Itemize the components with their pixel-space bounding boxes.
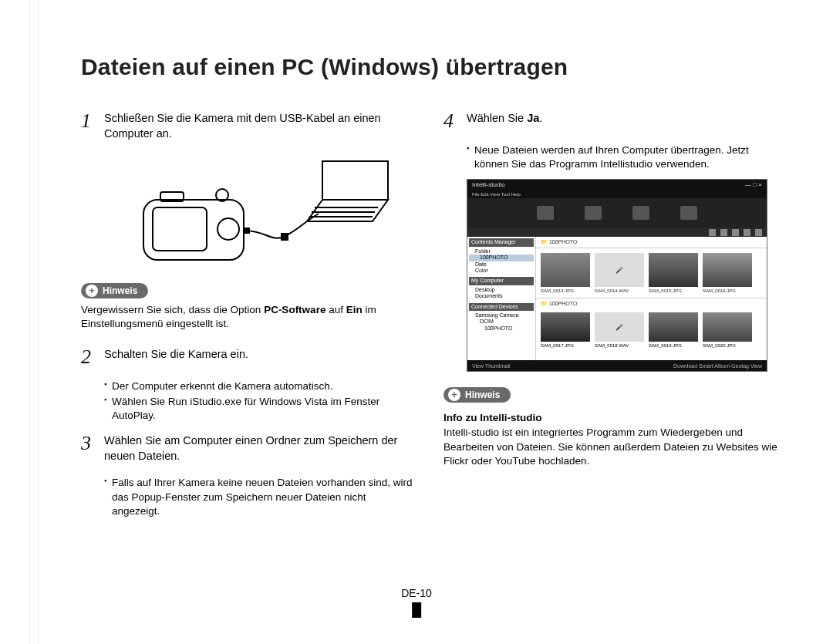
step-4-bullets: Neue Dateien werden auf Ihren Computer ü… <box>467 143 779 171</box>
info-text: Intelli-studio ist ein integriertes Prog… <box>443 426 779 468</box>
tree-item: 100PHOTO <box>469 325 534 332</box>
thumbnail-label: SAM_0019.JPG <box>649 343 698 348</box>
note-text-part: auf <box>325 304 346 315</box>
step-4: 4 Wählen Sie Ja. <box>443 111 779 131</box>
folder-label: 📁 100PHOTO <box>541 301 577 307</box>
view-mode-icon <box>732 229 739 236</box>
svg-point-2 <box>218 218 239 240</box>
folder-bar-2: 📁 100PHOTO <box>536 298 767 309</box>
tree-item: Folder <box>469 248 534 255</box>
page-number-text: DE-10 <box>401 587 432 599</box>
tree-item: DCIM <box>469 319 534 325</box>
thumbnail-label: SAM_0018.WAV <box>595 343 644 348</box>
note-text: Vergewissern Sie sich, dass die Option P… <box>81 303 416 331</box>
step-number: 4 <box>443 111 467 131</box>
thumbnail-row-2: SAM_0017.JPG 🎤SAM_0018.WAV SAM_0019.JPG … <box>536 309 767 351</box>
library-icon <box>537 206 554 220</box>
page-tab-icon <box>412 602 421 618</box>
sidebar: Contents Manager Folder 100PHOTO Date Co… <box>467 237 536 360</box>
step-2-bullets: Der Computer erkennt die Kamera automati… <box>104 379 416 423</box>
folder-name: 100PHOTO <box>549 301 577 306</box>
step-number: 1 <box>81 111 104 141</box>
bullet-item: Falls auf Ihrer Kamera keine neuen Datei… <box>104 476 416 518</box>
note-2-container: + Hinweis Info zu Intelli-studio Intelli… <box>443 383 779 468</box>
step-text: Schließen Sie die Kamera mit dem USB-Kab… <box>104 111 416 141</box>
view-mode-icon <box>755 229 762 236</box>
svg-rect-1 <box>153 207 207 251</box>
folder-label: 📁 100PHOTO <box>541 239 577 245</box>
step-3-bullets: Falls auf Ihrer Kamera keine neuen Datei… <box>104 476 416 518</box>
thumbnail-label: SAM_0013.JPG <box>541 288 590 293</box>
tree-item: Date <box>469 261 534 268</box>
binding-guide <box>29 0 39 644</box>
svg-rect-5 <box>281 233 288 241</box>
folder-bar: 📁 100PHOTO <box>536 237 767 248</box>
thumbnail-label: SAM_0020.JPG <box>703 343 752 348</box>
step-2: 2 Schalten Sie die Kamera ein. <box>81 347 416 367</box>
note-text-bold: Ein <box>346 304 363 315</box>
status-left: View Thumbnail <box>472 363 511 369</box>
window-titlebar: Intelli-studio — □ × <box>467 180 767 191</box>
note-label: Hinweis <box>103 285 137 296</box>
step-1: 1 Schließen Sie die Kamera mit dem USB-K… <box>81 111 416 141</box>
plus-icon: + <box>86 285 98 297</box>
step-text-part: . <box>539 112 542 124</box>
thumbnail-label: SAM_0015.JPG <box>649 288 698 293</box>
right-column: 4 Wählen Sie Ja. Neue Dateien werden auf… <box>443 111 779 520</box>
thumbnail: SAM_0013.JPG <box>541 253 590 293</box>
step-text-bold: Ja <box>527 112 539 124</box>
step-text: Wählen Sie am Computer einen Ordner zum … <box>104 433 416 464</box>
thumbnail-label: SAM_0014.WAV <box>595 288 644 293</box>
photo-editor-icon <box>585 206 602 220</box>
step-text: Schalten Sie die Kamera ein. <box>104 347 416 367</box>
screenshot-body: Contents Manager Folder 100PHOTO Date Co… <box>467 237 767 360</box>
view-mode-icon <box>709 229 716 236</box>
step-number: 2 <box>81 347 104 367</box>
status-right: Download Smart Album Geotag View <box>673 363 762 369</box>
main-pane: 📁 100PHOTO SAM_0013.JPG 🎤SAM_0014.WAV SA… <box>536 237 767 360</box>
thumbnail: SAM_0019.JPG <box>649 312 698 348</box>
thumbnail: 🎤SAM_0018.WAV <box>595 312 644 348</box>
note-text-bold: PC-Software <box>264 304 325 315</box>
sidebar-header: My Computer <box>469 277 534 285</box>
thumbnail-label: SAM_0017.JPG <box>541 343 590 348</box>
left-column: 1 Schließen Sie die Kamera mit dem USB-K… <box>81 111 416 520</box>
step-3: 3 Wählen Sie am Computer einen Ordner zu… <box>81 433 416 464</box>
plus-icon: + <box>448 389 460 401</box>
sidebar-header: Connected Devices <box>469 303 534 311</box>
note-text-part: Vergewissern Sie sich, dass die Option <box>81 304 264 315</box>
note-1-container: + Hinweis Vergewissern Sie sich, dass di… <box>81 278 416 331</box>
toolbar <box>467 198 767 228</box>
bullet-item: Wählen Sie Run iStudio.exe für Windows V… <box>104 395 416 423</box>
tree-item: Documents <box>469 293 534 299</box>
thumbnail: SAM_0015.JPG <box>649 253 698 293</box>
thumbnail: SAM_0016.JPG <box>703 253 752 293</box>
thumbnail-label: SAM_0016.JPG <box>703 288 752 293</box>
sidebar-header: Contents Manager <box>469 238 534 246</box>
view-mode-icon <box>720 229 727 236</box>
folder-name: 100PHOTO <box>549 239 577 244</box>
note-badge: + Hinweis <box>443 387 511 403</box>
page-content: Dateien auf einen PC (Windows) übertrage… <box>0 0 833 520</box>
bullet-item: Der Computer erkennt die Kamera automati… <box>104 379 416 393</box>
view-options-bar <box>467 228 767 237</box>
menu-bar: File Edit View Tool Help <box>467 191 767 198</box>
note-label: Hinweis <box>465 389 500 400</box>
bullet-item: Neue Dateien werden auf Ihren Computer ü… <box>467 143 779 171</box>
status-bar: View Thumbnail Download Smart Album Geot… <box>467 360 767 371</box>
window-title: Intelli-studio <box>472 180 505 191</box>
svg-rect-6 <box>244 228 250 234</box>
thumbnail: 🎤SAM_0014.WAV <box>595 253 644 293</box>
share-icon <box>680 206 697 220</box>
tree-item: Desktop <box>469 287 534 293</box>
page-number: DE-10 <box>401 587 432 618</box>
tree-item: Color <box>469 268 534 274</box>
step-text: Wählen Sie Ja. <box>467 111 779 131</box>
info-heading: Info zu Intelli-studio <box>443 412 779 423</box>
thumbnail: SAM_0020.JPG <box>703 312 752 348</box>
movie-editor-icon <box>632 206 649 220</box>
tree-item: Samsung Camera <box>469 312 534 319</box>
intelli-studio-screenshot: Intelli-studio — □ × File Edit View Tool… <box>467 179 767 372</box>
page-title: Dateien auf einen PC (Windows) übertrage… <box>81 54 779 80</box>
thumbnail-row-1: SAM_0013.JPG 🎤SAM_0014.WAV SAM_0015.JPG … <box>536 248 767 298</box>
